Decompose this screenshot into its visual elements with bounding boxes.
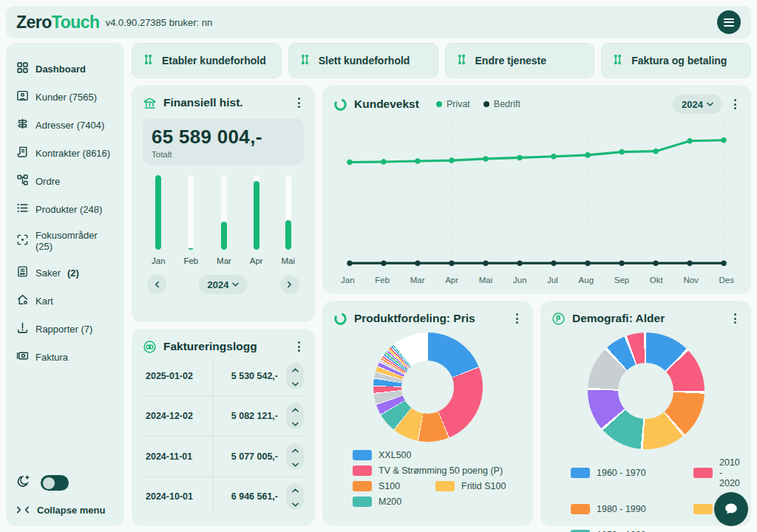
flag-circle-icon [551,312,566,326]
bar-month-label: Mai [281,256,295,265]
sidebar-item-label: Saker [35,267,61,279]
financial-card: Finansiell hist. 65 589 004,- Totalt Jan… [132,85,315,322]
layout: DashboardKunder (7565)Adresser (7404)Kon… [6,43,751,526]
legend-item[interactable]: S100 [353,481,424,491]
legend-item[interactable]: M200 [353,497,424,507]
sidebar-item-fokusomrader[interactable]: Fokusområder (25) [15,223,115,259]
growth-legend: PrivatBedrift [436,99,520,109]
legend-swatch [435,481,455,491]
sidebar-item-label: Rapporter (7) [35,324,92,335]
bar-track [285,175,291,250]
chat-button[interactable] [714,492,748,526]
financial-kebab-menu[interactable] [294,95,304,111]
billing-kebab-menu[interactable] [294,338,304,355]
financial-bar-chart: JanFebMarAprMai [143,165,304,265]
workflow-icon [299,53,311,68]
bar-month-label: Apr [250,256,263,265]
legend-swatch [353,481,372,491]
sidebar-item-adresser[interactable]: Adresser (7404) [15,111,115,139]
legend-label: S100 [378,481,400,491]
billing-row-stepper[interactable] [286,483,304,510]
legend-label: Privat [447,99,470,109]
action-endre-tjeneste[interactable]: Endre tjeneste [445,43,595,78]
sidebar-item-label: Faktura [35,352,68,363]
billing-row-stepper[interactable] [286,443,304,470]
growth-card: Kundevekst PrivatBedrift 2024 JanFebMarA… [322,85,751,294]
donut-row: Produktfordeling: Pris XXL500TV & Strømm… [322,301,751,526]
chevron-up-icon [292,444,299,455]
legend-dot [483,101,489,107]
content-grid: Finansiell hist. 65 589 004,- Totalt Jan… [132,85,751,526]
billing-title: Faktureringslogg [163,340,257,353]
collapse-menu-button[interactable]: Collapse menu [15,503,115,517]
app: { "header": { "logo_zero": "Zero", "logo… [0,0,757,532]
adresser-icon [16,117,29,132]
chevron-down-icon [292,378,299,389]
action-faktura-og-betaling[interactable]: Faktura og betaling [601,43,751,78]
demography-kebab-menu[interactable] [730,310,740,327]
chevron-up-icon [292,403,299,415]
legend-bedrift[interactable]: Bedrift [483,99,520,109]
billing-row-stepper[interactable] [286,363,304,389]
sidebar-item-saker[interactable]: Saker(2) [15,259,115,287]
main: Etabler kundeforholdSlett kundeforholdEn… [132,43,751,526]
dark-mode-toggle[interactable] [41,475,69,491]
kontrakter-icon [16,146,29,160]
action-slett-kundeforhold[interactable]: Slett kundeforhold [288,43,438,78]
sidebar-item-produkter[interactable]: Produkter (248) [15,195,115,223]
sidebar-item-dashboard[interactable]: Dashboard [15,55,115,83]
financial-title: Finansiell hist. [163,96,243,109]
financial-bar-mai: Mai [281,175,295,265]
financial-total-label: Totalt [152,150,295,159]
sidebar-item-label: Fokusområder (25) [35,230,114,252]
sidebar-item-faktura[interactable]: Faktura [15,343,115,371]
action-label: Slett kundeforhold [319,55,410,66]
bar-fill [188,248,194,250]
sidebar-item-count: (2) [67,267,79,279]
legend-label: 1960 - 1970 [597,468,646,478]
faktura-icon [16,349,29,364]
growth-kebab-menu[interactable] [730,96,740,112]
x-tick-label: Des [719,276,734,284]
legend-label: Fritid S100 [461,481,506,491]
legend-item[interactable]: Fritid S100 [435,481,506,491]
financial-bar-jan: Jan [152,175,166,265]
legend-item[interactable]: 1980 - 1990 [571,494,682,525]
sidebar-item-label: Ordre [35,176,60,187]
menu-button[interactable] [717,10,741,34]
kunder-icon [16,89,29,104]
sidebar-item-kart[interactable]: Kart [15,287,115,315]
x-tick-label: Okt [650,276,663,284]
sidebar-item-label: Kunder (7565) [35,92,97,103]
billing-rows: 2025-01-025 530 542,-2024-12-025 082 121… [143,356,304,516]
sidebar-item-rapporter[interactable]: Rapporter (7) [15,315,115,343]
action-etabler-kundeforhold[interactable]: Etabler kundeforhold [132,43,282,78]
growth-year-select[interactable]: 2024 [673,95,722,114]
growth-card-header: Kundevekst PrivatBedrift 2024 [333,95,740,114]
sidebar: DashboardKunder (7565)Adresser (7404)Kon… [6,43,124,526]
legend-swatch [571,504,590,514]
prev-year-button[interactable] [147,275,166,294]
financial-total: 65 589 004,- [152,126,295,149]
sidebar-item-ordre[interactable]: Ordre [15,167,115,195]
legend-item[interactable]: 2010 - 2020 [693,457,740,488]
legend-row: 1960 - 19702010 - 2020 [571,457,740,488]
legend-item[interactable]: TV & Strømming 50 poeng (P) [353,466,503,476]
financial-year-select[interactable]: 2024 [199,275,248,294]
financial-bar-feb: Feb [183,175,198,265]
legend-item[interactable]: XXL500 [353,450,424,460]
demography-legend: 1960 - 19702010 - 20201980 - 19901990 - … [551,457,740,532]
billing-amount: 5 530 542,- [217,371,278,381]
sidebar-item-kontrakter[interactable]: Kontrakter (8616) [15,139,115,167]
chevron-down-icon [707,102,713,106]
legend-privat[interactable]: Privat [436,99,470,109]
legend-item[interactable]: 1960 - 1970 [571,457,682,488]
x-tick-label: Sep [614,276,629,284]
action-label: Faktura og betaling [631,55,727,66]
billing-row-stepper[interactable] [286,403,304,429]
sidebar-item-kunder[interactable]: Kunder (7565) [15,83,115,111]
next-year-button[interactable] [280,275,299,294]
product-kebab-menu[interactable] [512,310,522,327]
financial-pager: 2024 [143,275,304,294]
product-donut-chart [373,332,483,442]
